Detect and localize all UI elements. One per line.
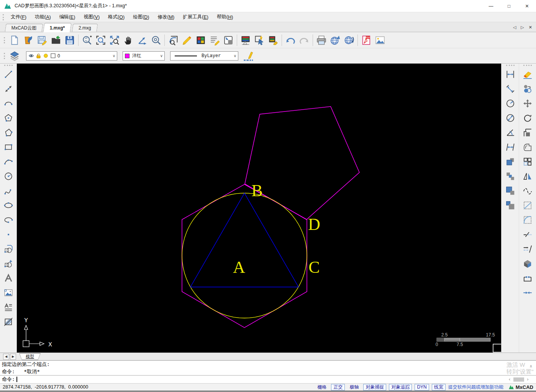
chevron-down-icon[interactable]: ∨ xyxy=(111,52,117,60)
inscribed-circle-shape[interactable] xyxy=(182,193,307,318)
status-toggle-DYN[interactable]: DYN xyxy=(415,384,429,390)
status-toggle-对象追踪[interactable]: 对象追踪 xyxy=(389,384,412,390)
command-scroll-up-icon[interactable]: ∧ xyxy=(529,364,532,369)
status-toggle-线宽[interactable]: 线宽 xyxy=(432,384,446,390)
new-file-button[interactable] xyxy=(8,33,21,47)
web-sync-button[interactable] xyxy=(342,33,356,47)
scale-tool-1-button[interactable] xyxy=(503,154,518,169)
block-define-button[interactable] xyxy=(1,256,16,271)
tab-1.mxg*[interactable]: 1.mxg* xyxy=(43,23,72,32)
circle-button[interactable] xyxy=(1,169,16,184)
export-pdf-button[interactable]: PDF xyxy=(359,33,373,47)
menu-item-1[interactable]: 文件(F) xyxy=(7,12,31,22)
image-button[interactable] xyxy=(1,285,16,300)
status-toggle-栅格[interactable]: 栅格 xyxy=(315,384,328,390)
color-palette-button[interactable] xyxy=(194,33,208,47)
print-button[interactable] xyxy=(315,33,328,47)
menu-item-6[interactable]: 绘图(D) xyxy=(129,12,153,22)
arc-button[interactable] xyxy=(1,96,16,111)
status-toggle-对象捕捉[interactable]: 对象捕捉 xyxy=(363,384,386,390)
menu-item-9[interactable]: 帮助(H) xyxy=(213,12,237,22)
lineweight-button[interactable] xyxy=(241,49,255,63)
drawing-canvas[interactable]: BDACYX2.517.507.5 xyxy=(17,64,501,353)
open-drawing-button[interactable] xyxy=(21,33,35,47)
spline-button[interactable] xyxy=(1,184,16,198)
array-button[interactable] xyxy=(520,154,535,169)
text-style-button[interactable] xyxy=(208,33,221,47)
zoom-extents-button[interactable] xyxy=(108,33,121,47)
chevron-down-icon[interactable]: ∨ xyxy=(159,52,164,60)
color-select[interactable]: 洋红 ∨ xyxy=(123,51,165,61)
fillet-button[interactable] xyxy=(520,213,535,227)
command-panel[interactable]: 指定边的第二个端点: 命令: *取消* 命令: 激活 W 转到"设置" ∧ ‹ … xyxy=(0,360,536,383)
menu-item-5[interactable]: 格式(O) xyxy=(104,12,129,22)
erase-button[interactable] xyxy=(520,67,535,82)
save-button[interactable] xyxy=(35,33,49,47)
layout-next-button[interactable]: ▶ xyxy=(10,354,16,360)
menu-item-2[interactable]: 功能(A) xyxy=(31,12,55,22)
maximize-button[interactable]: □ xyxy=(500,0,518,12)
layer-manager-button[interactable] xyxy=(8,49,21,63)
polygon-button[interactable] xyxy=(1,111,16,125)
pentagon-shape[interactable] xyxy=(245,107,359,220)
scale-tool-4-button[interactable] xyxy=(503,198,518,213)
rectangle-button[interactable] xyxy=(1,140,16,154)
stretch-button[interactable] xyxy=(520,125,535,140)
redo-button[interactable] xyxy=(297,33,311,47)
chamfer-button[interactable] xyxy=(520,198,535,213)
menu-item-4[interactable]: 视图(V) xyxy=(79,12,104,22)
offset-button[interactable] xyxy=(520,140,535,154)
close-button[interactable]: ✕ xyxy=(518,0,536,12)
layer-select[interactable]: 0 ∨ xyxy=(26,51,117,61)
hatch-button[interactable] xyxy=(1,315,16,329)
scale-tool-2-button[interactable] xyxy=(503,169,518,184)
join-button[interactable] xyxy=(520,285,535,300)
text-button[interactable] xyxy=(1,271,16,285)
quick-select-button[interactable] xyxy=(252,33,266,47)
command-hscrollbar[interactable]: ‹ › xyxy=(508,377,529,382)
mirror-button[interactable] xyxy=(520,169,535,184)
match-properties-button[interactable] xyxy=(266,33,280,47)
scroll-right-icon[interactable]: › xyxy=(526,377,529,382)
zoom-dynamic-button[interactable] xyxy=(80,33,94,47)
web-publish-button[interactable] xyxy=(328,33,342,47)
page-setup-button[interactable] xyxy=(221,33,235,47)
tab-scroll-left-button[interactable]: ◁ xyxy=(513,25,516,30)
linetype-select[interactable]: ByLayer ∨ xyxy=(170,51,238,61)
move-button[interactable] xyxy=(520,96,535,111)
tab-MxCAD云图[interactable]: MxCAD云图 xyxy=(5,24,43,32)
hexagon-shape[interactable] xyxy=(182,184,307,328)
dim-aligned-button[interactable] xyxy=(503,82,518,96)
dim-radius-button[interactable] xyxy=(503,96,518,111)
pan-button[interactable] xyxy=(121,33,135,47)
layer-properties-button[interactable] xyxy=(239,33,252,47)
mtext-button[interactable] xyxy=(1,300,16,315)
menu-item-7[interactable]: 修改(M) xyxy=(154,12,179,22)
block-insert-button[interactable] xyxy=(1,242,16,256)
scrollbar-thumb[interactable] xyxy=(513,377,524,382)
scale-tool-3-button[interactable] xyxy=(503,184,518,198)
arc-3point-button[interactable] xyxy=(1,154,16,169)
dim-angular-button[interactable] xyxy=(503,125,518,140)
chevron-down-icon[interactable]: ∨ xyxy=(232,52,238,60)
polyline-button[interactable] xyxy=(1,125,16,140)
point-button[interactable] xyxy=(1,227,16,242)
tab-close-button[interactable]: ✕ xyxy=(529,25,532,30)
menu-item-3[interactable]: 编辑(E) xyxy=(55,12,80,22)
export-image-button[interactable] xyxy=(373,33,387,47)
copy-button[interactable] xyxy=(520,82,535,96)
dim-diameter-button[interactable] xyxy=(503,111,518,125)
rotate-button[interactable] xyxy=(520,111,535,125)
menu-item-8[interactable]: 扩展工具(E) xyxy=(179,12,213,22)
zoom-window-button[interactable] xyxy=(94,33,108,47)
minimize-button[interactable]: — xyxy=(482,0,500,12)
zoom-center-button[interactable] xyxy=(149,33,163,47)
model-tab[interactable]: 模型 xyxy=(20,354,40,360)
tab-scroll-right-button[interactable]: ▷ xyxy=(521,25,524,30)
feedback-link[interactable]: 提交软件问题或增加新功能 xyxy=(448,384,503,390)
ray-button[interactable] xyxy=(1,82,16,96)
status-toggle-正交[interactable]: 正交 xyxy=(331,384,345,390)
layout-prev-button[interactable]: ◀ xyxy=(3,354,9,360)
sketch-button[interactable] xyxy=(180,33,194,47)
scroll-left-icon[interactable]: ‹ xyxy=(508,377,511,382)
